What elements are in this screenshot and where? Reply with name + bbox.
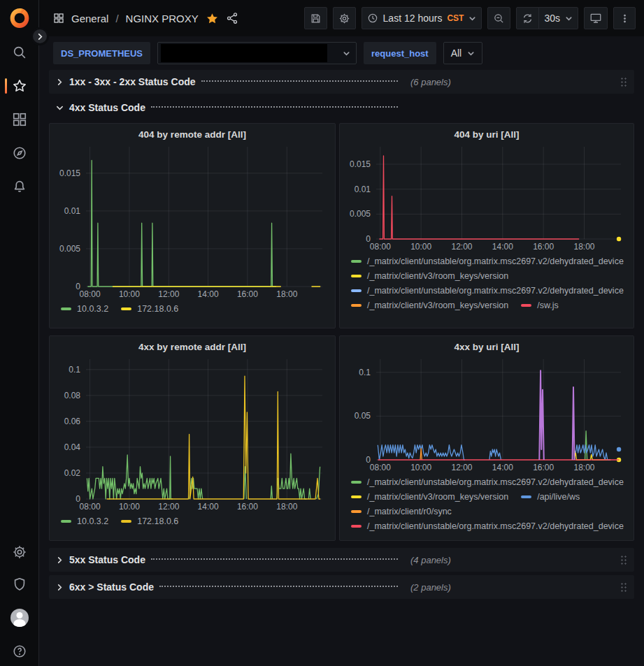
svg-text:18:00: 18:00 — [276, 289, 297, 299]
sidebar-item-search[interactable] — [0, 45, 39, 60]
svg-text:0: 0 — [366, 234, 371, 244]
zoom-out-icon — [493, 13, 505, 24]
svg-text:14:00: 14:00 — [198, 502, 219, 512]
legend-item[interactable]: 10.0.3.2 — [61, 516, 108, 526]
panel-title[interactable]: 4xx by remote addr [All] — [55, 338, 329, 354]
grafana-logo-icon[interactable] — [8, 7, 31, 29]
svg-text:16:00: 16:00 — [237, 502, 258, 512]
svg-text:0.015: 0.015 — [59, 168, 80, 178]
sidebar-nav — [0, 45, 39, 194]
legend-series-label: /_matrix/client/unstable/org.matrix.msc2… — [367, 256, 624, 266]
svg-text:0.08: 0.08 — [64, 391, 81, 400]
tv-mode-button[interactable] — [584, 7, 608, 29]
legend-series-color — [351, 525, 362, 528]
sidebar-item-profile[interactable] — [0, 609, 39, 627]
legend-series-color — [121, 520, 131, 523]
dotted-leader — [159, 586, 398, 587]
refresh-group: 30s — [516, 7, 578, 29]
legend-series-label: /_matrix/client/r0/sync — [367, 507, 452, 516]
sidebar-expand-button[interactable] — [31, 27, 49, 45]
datasource-variable-label[interactable]: DS_PROMETHEUS — [53, 42, 150, 64]
svg-text:0.04: 0.04 — [64, 442, 81, 452]
row-5xx[interactable]: 5xx Status Code (4 panels) — [49, 548, 634, 572]
legend-item[interactable]: /_matrix/client/v3/room_keys/version — [351, 271, 508, 281]
dashboard-content: 1xx - 3xx - 2xx Status Code (6 panels) 4… — [39, 68, 644, 666]
svg-text:18:00: 18:00 — [573, 463, 594, 472]
request-host-value: All — [451, 48, 462, 59]
panel-title[interactable]: 404 by uri [All] — [345, 126, 628, 141]
legend-series-label: /_matrix/client/unstable/org.matrix.msc2… — [367, 477, 624, 487]
row-panel-count: (6 panels) — [410, 77, 451, 87]
svg-text:12:00: 12:00 — [158, 289, 179, 299]
share-icon[interactable] — [226, 12, 238, 24]
row-drag-handle[interactable] — [620, 582, 627, 593]
svg-text:0.005: 0.005 — [59, 244, 80, 254]
row-4xx[interactable]: 4xx Status Code — [49, 97, 634, 118]
request-host-select[interactable]: All — [443, 42, 483, 64]
row-title: 1xx - 3xx - 2xx Status Code — [69, 76, 196, 87]
row-1xx-3xx-2xx[interactable]: 1xx - 3xx - 2xx Status Code (6 panels) — [49, 70, 634, 94]
breadcrumb-dashboard-title[interactable]: NGINX PROXY — [126, 13, 199, 24]
legend-item[interactable]: /api/live/ws — [521, 492, 580, 502]
sidebar-item-help[interactable] — [0, 644, 39, 659]
save-dashboard-button[interactable] — [304, 7, 327, 29]
legend-item[interactable]: 10.0.3.2 — [61, 304, 108, 314]
timeseries-chart[interactable]: 08:0010:0012:0014:0016:0018:0000.020.040… — [55, 354, 329, 513]
legend-series-color — [351, 289, 362, 292]
zoom-out-time-button[interactable] — [487, 7, 510, 29]
more-options-button[interactable] — [613, 7, 636, 29]
svg-text:10:00: 10:00 — [119, 502, 140, 512]
sidebar-item-explore[interactable] — [0, 145, 39, 161]
legend-series-label: /sw.js — [537, 301, 559, 310]
legend-item[interactable]: /_matrix/client/unstable/org.matrix.msc2… — [351, 286, 624, 296]
apps-grid-icon[interactable] — [53, 13, 64, 24]
dashboard-settings-button[interactable] — [333, 7, 356, 29]
legend-item[interactable]: /sw.js — [521, 301, 559, 310]
row-drag-handle[interactable] — [620, 77, 627, 87]
panel-title[interactable]: 404 by remote addr [All] — [55, 126, 329, 141]
time-range-picker[interactable]: Last 12 hours CST — [362, 7, 482, 29]
timeseries-chart[interactable]: 08:0010:0012:0014:0016:0018:0000.050.1 — [345, 354, 628, 474]
legend-item[interactable]: /_matrix/client/unstable/org.matrix.msc2… — [351, 477, 624, 487]
refresh-interval-select[interactable]: 30s — [538, 7, 578, 29]
legend-series-label: 10.0.3.2 — [77, 516, 108, 526]
legend-series-color — [61, 520, 71, 523]
breadcrumb: General / NGINX PROXY — [53, 12, 238, 25]
timeseries-chart[interactable]: 08:0010:0012:0014:0016:0018:0000.0050.01… — [345, 141, 628, 253]
row-title: 5xx Status Code — [69, 554, 145, 565]
svg-text:16:00: 16:00 — [533, 242, 554, 252]
legend-item[interactable]: /_matrix/client/v3/room_keys/version — [351, 301, 508, 310]
legend-item[interactable]: 172.18.0.6 — [121, 304, 178, 314]
svg-text:12:00: 12:00 — [451, 242, 472, 252]
chart-legend: 10.0.3.2172.18.0.6 — [55, 301, 329, 314]
refresh-interval-value: 30s — [544, 13, 560, 24]
refresh-button[interactable] — [516, 7, 539, 29]
chevron-down-icon — [468, 15, 476, 22]
datasource-select[interactable] — [157, 42, 357, 64]
legend-item[interactable]: 172.18.0.6 — [121, 516, 178, 526]
sidebar-item-dashboards[interactable] — [0, 112, 39, 127]
legend-series-color — [121, 307, 131, 310]
sidebar-item-alerting[interactable] — [0, 179, 39, 194]
row-drag-handle[interactable] — [620, 555, 627, 565]
chevron-down-icon — [467, 50, 475, 57]
legend-item[interactable]: /_matrix/client/unstable/org.matrix.msc2… — [351, 256, 624, 266]
timeseries-chart[interactable]: 08:0010:0012:0014:0016:0018:0000.0050.01… — [55, 141, 329, 301]
panel-404-by-uri: 404 by uri [All] 08:0010:0012:0014:0016:… — [339, 123, 634, 328]
panel-title[interactable]: 4xx by uri [All] — [345, 338, 628, 354]
sidebar-item-server-admin[interactable] — [0, 577, 39, 592]
sidebar-item-starred[interactable] — [0, 78, 39, 94]
legend-item[interactable]: /_matrix/client/v3/room_keys/version — [351, 492, 508, 502]
row-6xx[interactable]: 6xx > Status Code (2 panels) — [49, 575, 634, 599]
sidebar-item-configuration[interactable] — [0, 544, 39, 560]
legend-item[interactable]: /_matrix/client/r0/sync — [351, 507, 452, 516]
clock-icon — [367, 13, 378, 24]
legend-item[interactable]: /_matrix/client/unstable/org.matrix.msc2… — [351, 521, 624, 531]
row-panel-count: (4 panels) — [410, 555, 451, 565]
svg-text:14:00: 14:00 — [492, 242, 513, 252]
time-range-label: Last 12 hours — [383, 13, 443, 24]
favorite-star-icon[interactable] — [206, 12, 219, 25]
legend-series-label: /_matrix/client/v3/room_keys/version — [367, 492, 508, 502]
request-host-variable-label[interactable]: request_host — [364, 42, 436, 64]
breadcrumb-section[interactable]: General — [71, 13, 108, 24]
